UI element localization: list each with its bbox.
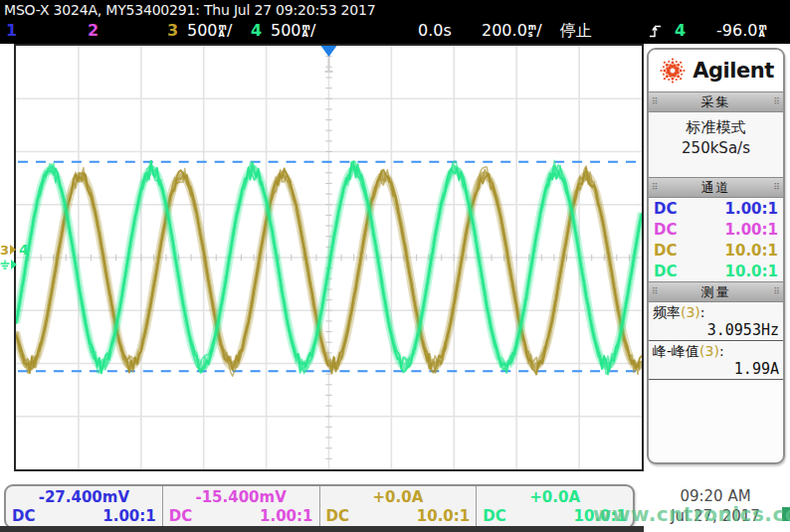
grip-dots-icon: ⠿ [652, 97, 659, 106]
channel-3-row[interactable]: DC 10.0:1 [649, 240, 783, 261]
measurement-pkpk-label: 峰-峰值(3): [653, 343, 779, 360]
channel-4-row[interactable]: DC 10.0:1 [649, 261, 783, 281]
brand-name: Agilent [692, 59, 773, 83]
watermark: www.cntronics.com [593, 502, 790, 526]
channel-2-coupling: DC [654, 221, 677, 239]
waveform-plot [16, 46, 642, 469]
channel-4-coupling: DC [654, 263, 677, 280]
channel-3-coupling-line: DC10.0:1 [326, 507, 471, 526]
horizontal-delay[interactable]: 0.0s [418, 22, 452, 40]
timebase-value: 200.0 [482, 22, 527, 40]
channel-4-status[interactable]: 4 [251, 22, 262, 40]
channel-3-scale-unit: mA [219, 25, 227, 38]
sidebar-panel: Agilent ⠿ 采集 ⠿ 标准模式 250kSa/s ⠿ 通道 ⠿ DC 1… [647, 48, 785, 464]
rising-edge-icon [649, 24, 662, 39]
trigger-level[interactable]: -96.0 mA [716, 22, 767, 40]
channel-3-marker-label: 3 [0, 244, 9, 257]
timebase-slash: / [536, 22, 541, 40]
channel-3-number: 3 [167, 22, 178, 40]
trigger-level-unit: mA [758, 25, 766, 38]
channel-2-probe-ratio: 1.00:1 [725, 221, 778, 239]
acquire-info: 标准模式 250kSa/s [649, 112, 783, 177]
waveform-graticule[interactable] [14, 44, 644, 471]
grip-dots-icon: ⠿ [773, 287, 780, 296]
measure-header-label: 测量 [659, 283, 774, 301]
run-state[interactable]: 停止 [560, 22, 592, 40]
channel-3-offset-value: +0.0A [326, 487, 471, 507]
channel-3-scale[interactable]: 500 mA / [187, 22, 232, 40]
channel-3-scale-value: 500 [187, 22, 218, 40]
measurement-frequency-source: (3) [681, 304, 700, 320]
measurement-frequency-value: 3.0953Hz [653, 321, 779, 340]
channel-4-probe-ratio: 10.0:1 [725, 263, 778, 280]
channel-3-status[interactable]: 3 [167, 22, 178, 40]
measurement-frequency-label: 频率(3): [653, 304, 779, 321]
timebase-unit: ms [528, 25, 536, 38]
channels-header-label: 通道 [659, 179, 774, 197]
channel-1-readout-cell[interactable]: -27.400mV DC1.00:1 [6, 486, 163, 527]
channel-3-coupling: DC [654, 242, 677, 260]
measurement-pkpk-source: (3) [699, 343, 719, 359]
trigger-level-value: -96.0 [716, 22, 757, 40]
top-status-bar: MSO-X 3024A, MY53400291: Thu Jul 27 09:2… [0, 0, 790, 44]
measurement-pkpk-row[interactable]: 峰-峰值(3): 1.99A [649, 341, 783, 380]
channel-2-offset-value: -15.400mV [169, 487, 313, 507]
oscilloscope-screen: { "colors": { "ch1": "#3232DC", "ch2": "… [0, 0, 790, 532]
measurement-frequency-row[interactable]: 频率(3): 3.0953Hz [649, 302, 783, 341]
section-header-channels[interactable]: ⠿ 通道 ⠿ [649, 177, 783, 198]
grip-dots-icon: ⠿ [652, 183, 659, 192]
channel-2-row[interactable]: DC 1.00:1 [649, 219, 783, 240]
channel-4-ground-label[interactable]: 4 [19, 243, 29, 257]
channel-3-readout-cell[interactable]: +0.0A DC10.0:1 [320, 486, 478, 527]
bottom-channel-bar: -27.400mV DC1.00:1 -15.400mV DC1.00:1 +0… [4, 484, 635, 529]
channel-2-coupling-line: DC1.00:1 [169, 507, 313, 526]
channel-4-number: 4 [251, 22, 262, 40]
ground-reference-marker[interactable] [0, 258, 17, 271]
channel-4-scale[interactable]: 500 mA / [271, 22, 315, 40]
channel-1-row[interactable]: DC 1.00:1 [649, 198, 783, 219]
grip-dots-icon: ⠿ [773, 97, 780, 106]
right-arrow-icon [10, 245, 16, 255]
instrument-title: MSO-X 3024A, MY53400291: Thu Jul 27 09:2… [4, 2, 375, 18]
section-header-measure[interactable]: ⠿ 测量 ⠿ [649, 281, 783, 302]
channel-3-scale-slash: / [227, 22, 232, 40]
channel-1-coupling: DC [654, 200, 677, 218]
sample-rate: 250kSa/s [649, 138, 783, 159]
measurement-pkpk-value: 1.99A [653, 360, 779, 379]
earth-ground-icon [0, 260, 10, 270]
grip-dots-icon: ⠿ [652, 287, 659, 296]
channel-3-ground-marker[interactable]: 3 [0, 243, 16, 257]
trigger-source[interactable]: 4 [675, 22, 686, 40]
channel-4-scale-value: 500 [271, 22, 301, 40]
channel-4-scale-unit: mA [302, 25, 310, 38]
grip-dots-icon: ⠿ [773, 183, 780, 192]
channel-2-status[interactable]: 2 [88, 22, 99, 40]
channel-1-status[interactable]: 1 [6, 22, 17, 40]
channel-1-probe-ratio: 1.00:1 [725, 200, 778, 218]
right-arrow-icon [11, 260, 17, 269]
agilent-starburst-icon [658, 56, 688, 86]
brand-logo: Agilent [649, 50, 783, 91]
channel-1-offset-value: -27.400mV [12, 487, 156, 507]
timebase-setting[interactable]: 200.0 ms / [482, 22, 542, 40]
channel-1-coupling-line: DC1.00:1 [12, 507, 156, 526]
channel-4-scale-slash: / [310, 22, 315, 40]
acquire-mode: 标准模式 [649, 117, 783, 138]
trigger-slope-icon[interactable] [649, 24, 662, 39]
acquire-header-label: 采集 [659, 93, 774, 111]
section-header-acquire[interactable]: ⠿ 采集 ⠿ [649, 91, 783, 112]
channel-2-readout-cell[interactable]: -15.400mV DC1.00:1 [163, 486, 320, 527]
channel-3-probe-ratio: 10.0:1 [725, 242, 778, 260]
bottom-edge-strip [0, 526, 644, 532]
